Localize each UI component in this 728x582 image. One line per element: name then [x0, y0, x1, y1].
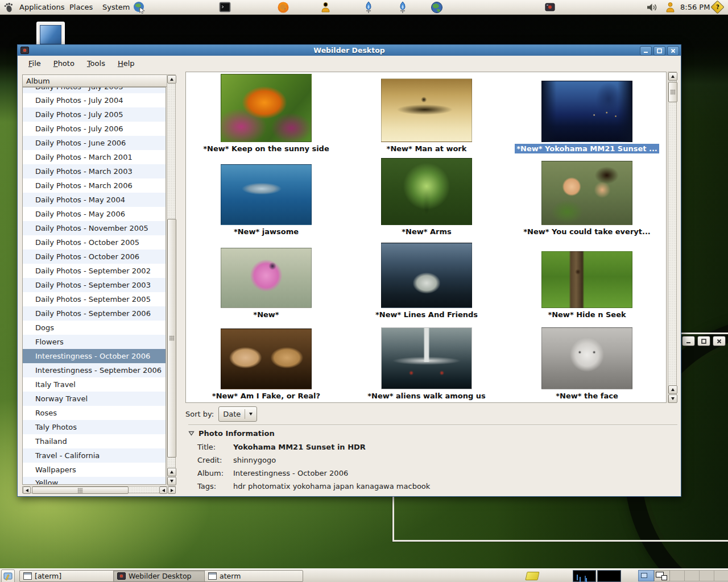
photo-thumbnail[interactable]	[381, 327, 472, 389]
taskbar-task-aterm1[interactable]: [aterm]	[19, 570, 118, 582]
close-icon[interactable]	[713, 336, 726, 346]
album-row[interactable]: Daily Photos - September 2002	[23, 264, 166, 278]
scroll-up-icon[interactable]	[167, 468, 176, 476]
photo-cell[interactable]: *New*	[186, 238, 346, 321]
album-horizontal-scrollbar[interactable]	[22, 486, 176, 493]
album-column-header[interactable]: Album	[22, 74, 169, 87]
photo-thumbnail[interactable]	[221, 164, 312, 225]
menu-item[interactable]: Tools	[82, 57, 110, 69]
workspace-empty[interactable]	[685, 570, 700, 581]
photo-cell[interactable]: *New* the face	[507, 321, 667, 402]
maximize-button[interactable]	[653, 46, 665, 56]
system-monitor-graph[interactable]	[573, 570, 596, 582]
photo-thumbnail[interactable]	[541, 161, 632, 225]
minimize-button[interactable]	[640, 46, 652, 56]
taskbar-task-aterm2[interactable]: aterm	[204, 570, 303, 582]
photo-cell[interactable]: *New* Am I Fake, or Real?	[186, 321, 346, 402]
album-row[interactable]: Roses	[23, 406, 166, 420]
album-row[interactable]: Norway Travel	[23, 392, 166, 406]
photo-thumbnail[interactable]	[541, 251, 632, 308]
album-row[interactable]: Daily Photos - September 2003	[23, 278, 166, 292]
titlebar[interactable]: Webilder Desktop	[18, 45, 681, 56]
album-row[interactable]: Daily Photos - November 2005	[23, 221, 166, 235]
album-row[interactable]: Daily Photos - September 2005	[23, 292, 166, 306]
workspace-empty[interactable]	[670, 570, 685, 581]
help-icon[interactable]: ?	[713, 0, 722, 14]
album-row[interactable]: Daily Photos - March 2001	[23, 150, 166, 164]
taskbar-task-webilder[interactable]: Webilder Desktop	[113, 570, 209, 582]
scrollbar-thumb[interactable]	[167, 219, 176, 458]
photo-thumbnail[interactable]	[221, 74, 312, 142]
album-row[interactable]: Daily Photos - July 2006	[23, 122, 166, 136]
sticky-note-icon[interactable]	[525, 572, 539, 580]
menu-item[interactable]: Photo	[48, 57, 80, 69]
scroll-up-icon[interactable]	[668, 385, 677, 394]
album-row[interactable]: Flowers	[23, 335, 166, 349]
volume-icon[interactable]	[646, 0, 657, 14]
photo-thumbnail[interactable]	[541, 327, 632, 389]
user-icon[interactable]	[321, 0, 330, 14]
photo-cell[interactable]: *New* Arms	[346, 155, 507, 238]
album-row[interactable]: Daily Photos - March 2006	[23, 178, 166, 193]
photo-thumbnail[interactable]	[381, 243, 472, 308]
photo-thumbnail[interactable]	[381, 78, 472, 142]
camera-applet-icon[interactable]	[545, 0, 555, 14]
terminal-icon[interactable]	[219, 0, 231, 14]
photo-cell[interactable]: *New* Yokohama MM21 Sunset ...	[507, 72, 667, 155]
photo-thumbnail[interactable]	[541, 81, 632, 142]
scroll-up-icon[interactable]	[167, 75, 176, 84]
places-menu[interactable]: Places	[66, 0, 96, 14]
photo-thumbnail[interactable]	[221, 248, 312, 308]
workspace-empty[interactable]	[700, 570, 714, 581]
blue-torch-icon[interactable]	[397, 0, 408, 14]
user-switcher-icon[interactable]	[665, 0, 675, 14]
sort-dropdown[interactable]: Date	[218, 406, 257, 422]
album-row[interactable]: Dogs	[23, 321, 166, 335]
album-row[interactable]: Daily Photos - July 2004	[23, 93, 166, 107]
album-row[interactable]: Wallpapers	[23, 463, 166, 477]
album-row[interactable]: Daily Photos - June 2006	[23, 136, 166, 150]
photo-cell[interactable]: *New* Keep on the sunny side	[186, 72, 346, 155]
album-row[interactable]: Daily Photos - October 2006	[23, 250, 166, 264]
album-row[interactable]: Daily Photos - May 2004	[23, 193, 166, 207]
scrollbar-thumb[interactable]	[668, 82, 677, 102]
album-row[interactable]: Interestingness - October 2006	[23, 349, 166, 363]
workspace-active[interactable]	[638, 570, 654, 581]
album-row[interactable]: Taly Photos	[23, 420, 166, 434]
photo-cell[interactable]: *New* Lines And Friends	[346, 238, 507, 321]
menu-item[interactable]: File	[23, 57, 46, 69]
minimize-icon[interactable]	[682, 336, 695, 346]
album-row[interactable]: Interestingness - September 2006	[23, 363, 166, 377]
globe-icon[interactable]	[431, 0, 443, 14]
system-menu[interactable]: System	[99, 0, 133, 14]
blue-torch-icon[interactable]	[363, 0, 374, 14]
firefox-icon[interactable]	[277, 0, 289, 14]
photo-cell[interactable]: *New* jawsome	[186, 155, 346, 238]
photo-information-expander[interactable]: Photo Information	[188, 427, 677, 439]
album-row[interactable]: Thailand	[23, 434, 166, 448]
close-button[interactable]	[667, 46, 679, 56]
album-row[interactable]: Daily Photos - July 2003	[23, 88, 166, 93]
scroll-up-icon[interactable]	[668, 72, 677, 81]
clock[interactable]: 8:56 PM	[680, 0, 710, 14]
photo-cell[interactable]: *New* aliens walk among us	[346, 321, 507, 402]
album-vertical-scrollbar[interactable]	[167, 74, 176, 485]
scroll-left-icon[interactable]	[23, 487, 31, 494]
scroll-down-icon[interactable]	[167, 477, 176, 485]
scroll-right-icon[interactable]	[168, 487, 176, 494]
applications-menu[interactable]: Applications	[16, 0, 68, 14]
photo-cell[interactable]: *New* You could take everyt...	[507, 155, 667, 238]
album-row[interactable]: Daily Photos - July 2005	[23, 107, 166, 122]
album-row[interactable]: Italy Travel	[23, 377, 166, 392]
photo-cell[interactable]: *New* Man at work	[346, 72, 507, 155]
album-row[interactable]: Yellow	[23, 477, 166, 485]
album-row[interactable]: Daily Photos - May 2006	[23, 207, 166, 221]
photo-cell[interactable]: *New* Hide n Seek	[507, 238, 667, 321]
menu-item[interactable]: Help	[113, 57, 140, 69]
workspace-with-windows[interactable]	[654, 570, 670, 581]
show-desktop-button[interactable]	[1, 569, 15, 582]
album-row[interactable]: Daily Photos - September 2006	[23, 306, 166, 321]
grid-vertical-scrollbar[interactable]	[668, 72, 677, 403]
album-row[interactable]: Travel - California	[23, 448, 166, 463]
web-browser-icon[interactable]	[133, 0, 146, 14]
